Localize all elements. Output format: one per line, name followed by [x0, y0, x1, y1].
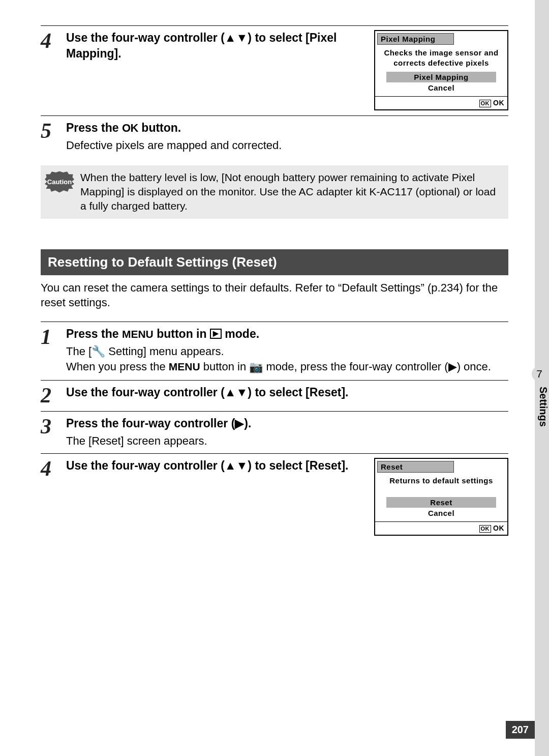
section-intro: You can reset the camera settings to the…	[41, 280, 508, 310]
caution-text: When the battery level is low, [Not enou…	[80, 170, 503, 214]
lcd-reset: Reset Returns to default settings Reset …	[374, 458, 508, 535]
ok-label: OK	[122, 122, 138, 134]
step-4-pixel-mapping: 4 Use the four-way controller (▲▼) to se…	[41, 25, 508, 115]
step-description: Defective pixels are mapped and correcte…	[66, 138, 508, 153]
right-icon: ▶	[235, 417, 244, 430]
menu-label: MENU	[169, 361, 200, 372]
lcd-option: Cancel	[375, 508, 507, 518]
lcd-message: Returns to default settings	[375, 473, 507, 490]
lcd-footer: OKOK	[375, 96, 507, 109]
ok-badge-icon: OK	[479, 100, 492, 107]
step-number: 1	[41, 326, 66, 347]
step-description: The [🔧 Setting] menu appears. When you p…	[66, 344, 508, 375]
manual-page: 4 Use the four-way controller (▲▼) to se…	[0, 0, 549, 756]
lcd-option: Cancel	[375, 82, 507, 93]
ok-badge-icon: OK	[479, 525, 492, 533]
step-4-select-reset: 4 Use the four-way controller (▲▼) to se…	[41, 453, 508, 540]
step-description: The [Reset] screen appears.	[66, 433, 508, 449]
lcd-pixel-mapping: Pixel Mapping Checks the image sensor an…	[374, 30, 508, 110]
lcd-footer: OKOK	[375, 521, 507, 535]
right-icon: ▶	[448, 360, 457, 373]
camera-mode-icon: 📷	[249, 361, 263, 373]
step-1-press-menu: 1 Press the MENU button in ▶ mode. The […	[41, 322, 508, 380]
lcd-option-selected: Reset	[386, 497, 496, 508]
lcd-option-selected: Pixel Mapping	[386, 72, 496, 82]
lcd-title: Reset	[377, 461, 454, 473]
step-heading: Press the four-way controller (▶).	[66, 416, 508, 431]
step-number: 5	[41, 120, 66, 141]
section-header-reset: Resetting to Default Settings (Reset)	[41, 249, 508, 275]
step-heading: Use the four-way controller (▲▼) to sele…	[66, 385, 508, 400]
step-heading: Use the four-way controller (▲▼) to sele…	[66, 30, 365, 62]
step-2-select-reset: 2 Use the four-way controller (▲▼) to se…	[41, 380, 508, 411]
step-number: 2	[41, 385, 66, 406]
caution-box: Caution When the battery level is low, […	[41, 165, 508, 219]
caution-icon: Caution	[45, 171, 74, 193]
step-5-press-ok: 5 Press the OK button. Defective pixels …	[41, 115, 508, 158]
playback-mode-icon: ▶	[210, 329, 222, 339]
lcd-message: Checks the image sensor and corrects def…	[375, 45, 507, 72]
page-number: 207	[506, 721, 535, 739]
step-heading: Use the four-way controller (▲▼) to sele…	[66, 458, 365, 474]
up-down-icon: ▲▼	[225, 459, 248, 472]
step-heading: Press the MENU button in ▶ mode.	[66, 326, 508, 342]
up-down-icon: ▲▼	[225, 386, 248, 399]
step-number: 4	[41, 30, 66, 51]
step-number: 4	[41, 458, 66, 479]
step-number: 3	[41, 416, 66, 437]
lcd-title: Pixel Mapping	[377, 33, 454, 45]
up-down-icon: ▲▼	[225, 31, 248, 44]
menu-label: MENU	[122, 328, 154, 340]
step-3-press-right: 3 Press the four-way controller (▶). The…	[41, 411, 508, 454]
step-heading: Press the OK button.	[66, 120, 508, 136]
wrench-icon: 🔧	[92, 345, 105, 358]
